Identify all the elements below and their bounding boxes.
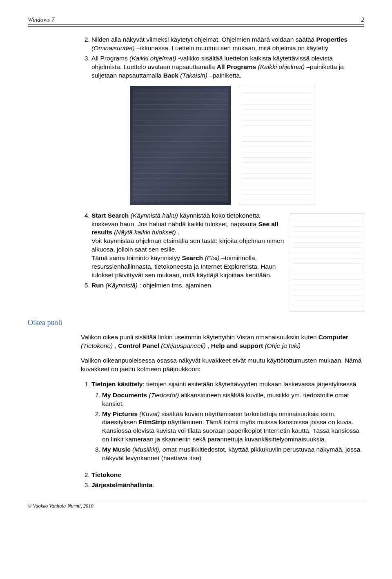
list-item: My Documents (Tiedostot) alikansioineen … [102, 391, 364, 408]
list-item: My Pictures (Kuvat) sisältää kuvien näyt… [102, 410, 364, 444]
text: Niiden alla näkyvät viimeksi käytetyt oh… [91, 36, 316, 43]
text-bold: Start Search [91, 212, 129, 219]
header-rule [28, 26, 364, 27]
header-title: Windows 7 [28, 16, 54, 23]
text-bold: My Pictures [102, 410, 138, 417]
text-italic: (Etsi) [205, 254, 219, 261]
text-italic: (Kaikki ohjelmat) [129, 55, 176, 62]
footer-copyright: © Vuokko Vanhala-Nurmi, 2010 [28, 502, 364, 509]
main-ordered-list-cont: Tietokone Järjestelmänhallinta: [81, 471, 364, 490]
list-item: All Programs (Kaikki ohjelmat) -valikko … [91, 54, 364, 80]
start-menu-screenshot [130, 86, 231, 205]
numbered-list-top: Niiden alla näkyvät viimeksi käytetyt oh… [81, 36, 364, 80]
text-bold: All Programs [217, 63, 256, 70]
text-bold: Help and support [211, 342, 263, 349]
main-ordered-list: Tietojen käsittely: tietojen sijainti es… [81, 380, 364, 463]
text-italic: (Kuvat) [138, 410, 160, 417]
paragraph: Valikon oikea puoli sisältää linkin usei… [81, 333, 364, 350]
text-italic: (Kaikki ohjelmat) [258, 63, 305, 70]
text: –painiketta. [209, 72, 241, 79]
oikea-content: Valikon oikea puoli sisältää linkin usei… [81, 333, 364, 490]
text-bold: My Music [102, 446, 131, 453]
text: All Programs [91, 55, 129, 62]
text-italic: (Tiedostot) [147, 392, 179, 399]
text-italic: (Takaisin) [180, 72, 207, 79]
text-bold: Tietokone [91, 471, 121, 478]
text: , [115, 342, 118, 349]
text-bold: Back [163, 72, 178, 79]
text: . [178, 229, 179, 236]
list-item: Tietojen käsittely: tietojen sijainti es… [91, 380, 364, 463]
text-bold: My Documents [102, 392, 147, 399]
text-italic: (Musiikki), o [131, 446, 166, 453]
text-italic: (Ominaisuudet) [91, 45, 135, 51]
text: Valikon oikea puoli sisältää linkin usei… [81, 334, 318, 341]
list-item: Niiden alla näkyvät viimeksi käytetyt oh… [91, 36, 364, 53]
list-item: My Music (Musiikki), omat musiikkitiedos… [102, 445, 364, 463]
text: : ohjelmien tms. ajaminen. [139, 282, 213, 289]
header-page-number: 2 [361, 16, 365, 23]
all-programs-screenshot [239, 86, 315, 205]
nested-list: My Documents (Tiedostot) alikansioineen … [91, 391, 364, 463]
paragraph: Valikon oikeanpuoleisessa osassa näkyvät… [81, 356, 364, 374]
text-bold: Järjestelmänhallinta [91, 481, 152, 488]
list-item: Järjestelmänhallinta: [91, 481, 364, 490]
list-item: Tietokone [91, 471, 364, 479]
search-results-screenshot [290, 213, 364, 312]
text-bold: Computer [318, 334, 348, 341]
text-bold: Run [91, 282, 104, 289]
text-italic: (Ohjauspaneeli) [161, 342, 205, 349]
oikea-puoli-heading: Oikea puoli [28, 318, 364, 327]
text-italic: (Ohje ja tuki) [265, 342, 301, 349]
text-bold: FilmStrip [139, 419, 166, 425]
text-bold: Properties [316, 36, 348, 43]
page-header: Windows 7 2 [28, 16, 364, 24]
text: Voit käynnistää ohjelman etsimällä sen t… [91, 237, 284, 253]
text-italic: (Näytä kaikki tulokset) [114, 229, 176, 236]
text-italic: (Käynnistä haku) [131, 212, 178, 219]
text: , [207, 342, 211, 349]
text-italic: (Käynnistä) [105, 282, 137, 289]
text-bold: Tietojen käsittely [91, 381, 143, 387]
text-bold: Control Panel [118, 342, 159, 349]
text-bold: Search [182, 254, 203, 261]
text: : [152, 481, 154, 488]
text-italic: (Tietokone) [81, 342, 113, 349]
text: –ikkunassa. Luettelo muuttuu sen mukaan,… [136, 45, 328, 51]
text: : tietojen sijainti esitetään käytettävy… [143, 381, 356, 387]
main-content: Niiden alla näkyvät viimeksi käytetyt oh… [81, 36, 364, 312]
text: Tämä sama toiminto käynnistyy [91, 254, 182, 261]
screenshot-row [81, 86, 364, 205]
